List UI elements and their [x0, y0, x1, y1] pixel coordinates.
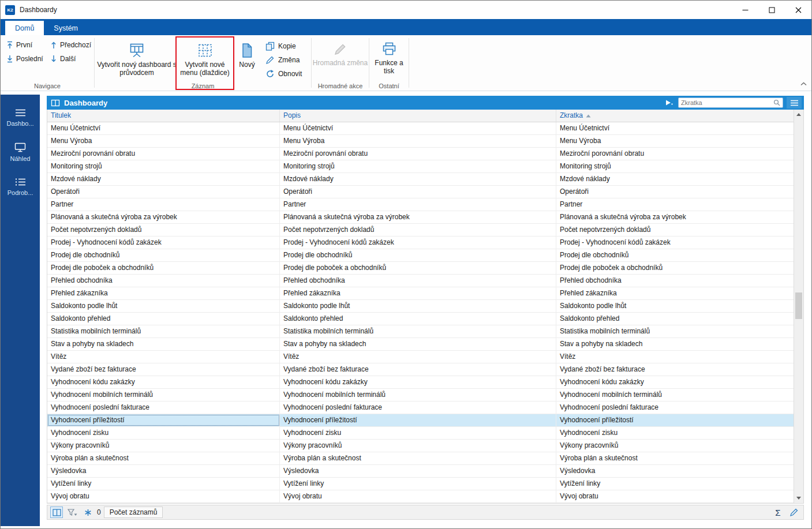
preview-monitor-icon: [14, 142, 26, 152]
table-row[interactable]: Statistika mobilních terminálů Statistik…: [47, 325, 794, 338]
cell-zkratka: Statistika mobilních terminálů: [556, 325, 794, 337]
pencil-icon: [265, 55, 275, 65]
cell-titulek: Počet nepotvrzených dokladů: [47, 224, 280, 236]
cell-zkratka: Počet nepotvrzených dokladů: [556, 224, 794, 236]
chevron-up-icon: [800, 82, 807, 86]
table-row[interactable]: Operátoři Operátoři Operátoři: [47, 186, 794, 198]
close-button[interactable]: [785, 1, 811, 19]
table-row[interactable]: Přehled zákazníka Přehled zákazníka Přeh…: [47, 287, 794, 300]
cell-titulek: Vyhodnocení příležitostí: [47, 414, 280, 426]
table-row[interactable]: Vyhodnocení kódu zakázky Vyhodnocení kód…: [47, 376, 794, 389]
freeze-filter-button[interactable]: [81, 507, 94, 518]
cell-popis: Partner: [280, 198, 556, 211]
table-row[interactable]: Vyhodnocení zisku Vyhodnocení zisku Vyho…: [47, 427, 794, 440]
table-row[interactable]: Saldokonto podle lhůt Saldokonto podle l…: [47, 300, 794, 313]
expand-panel-button[interactable]: [665, 100, 673, 106]
table-row[interactable]: Vyhodnocení mobilních terminálů Vyhodnoc…: [47, 389, 794, 402]
create-tile-menu-label: Vytvořit nové menu (dlaždice): [177, 61, 233, 77]
table-row[interactable]: Výroba plán a skutečnost Výroba plán a s…: [47, 452, 794, 465]
cell-titulek: Přehled obchodníka: [47, 275, 280, 287]
table-row[interactable]: Přehled obchodníka Přehled obchodníka Př…: [47, 275, 794, 287]
sidebar-item-label: Podrob...: [8, 189, 33, 196]
ribbon-group-zaznam: Vytvořit nový dashboard s průvodcem Vytv…: [95, 35, 311, 91]
cell-popis: Vytížení linky: [280, 478, 556, 490]
table-row[interactable]: Vývoj obratu Vývoj obratu Vývoj obratu: [47, 490, 794, 503]
column-header-titulek[interactable]: Titulek: [47, 110, 280, 122]
filter-button[interactable]: [66, 507, 78, 518]
table-row[interactable]: Partner Partner Partner: [47, 198, 794, 211]
cell-zkratka: Operátoři: [556, 186, 794, 198]
search-input[interactable]: [681, 99, 773, 106]
cell-zkratka: Vyhodnocení poslední fakturace: [556, 402, 794, 414]
edit-button[interactable]: [788, 507, 800, 518]
nav-previous-button[interactable]: Předchozí: [50, 41, 94, 49]
table-row[interactable]: Plánovaná a skutečná výroba za výrobek P…: [47, 211, 794, 224]
table-row[interactable]: Prodej dle poboček a obchodníků Prodej d…: [47, 262, 794, 275]
tab-system[interactable]: Systém: [44, 21, 88, 35]
asterisk-icon: [84, 509, 92, 516]
cell-titulek: Výsledovka: [47, 465, 280, 477]
table-row[interactable]: Meziroční porovnání obratu Meziroční por…: [47, 148, 794, 160]
table-row[interactable]: Prodej dle obchodníků Prodej dle obchodn…: [47, 249, 794, 262]
change-button[interactable]: Změna: [265, 53, 310, 67]
table-row[interactable]: Stav a pohyby na skladech Stav a pohyby …: [47, 338, 794, 351]
cell-popis: Vývoj obratu: [280, 490, 556, 502]
column-header-zkratka[interactable]: Zkratka: [556, 110, 794, 122]
scrollbar-thumb[interactable]: [795, 292, 802, 319]
table-body: Menu Účetnictví Menu Účetnictví Menu Úče…: [47, 122, 794, 503]
nav-next-button[interactable]: Další: [50, 55, 94, 63]
cell-titulek: Prodej dle obchodníků: [47, 249, 280, 261]
sidebar-item-nahled[interactable]: Náhled: [1, 135, 40, 170]
statusbar: 0 Počet záznamů Σ: [47, 505, 804, 520]
table-row[interactable]: Vítěz Vítěz Vítěz: [47, 351, 794, 363]
cell-zkratka: Vydané zboží bez fakturace: [556, 363, 794, 376]
cell-zkratka: Menu Výroba: [556, 135, 794, 147]
collapse-ribbon-button[interactable]: [800, 78, 807, 88]
table-row[interactable]: Mzdové náklady Mzdové náklady Mzdové nák…: [47, 173, 794, 186]
table-row[interactable]: Vytížení linky Vytížení linky Vytížení l…: [47, 478, 794, 490]
nav-first-button[interactable]: První: [6, 41, 43, 49]
cell-zkratka: Vyhodnocení zisku: [556, 427, 794, 439]
functions-print-button[interactable]: Funkce a tisk: [369, 35, 409, 75]
table-row[interactable]: Prodej - Vyhodnocení kódů zakázek Prodej…: [47, 237, 794, 249]
cell-popis: Prodej dle obchodníků: [280, 249, 556, 261]
scroll-up-button[interactable]: [794, 110, 803, 119]
vertical-scrollbar[interactable]: [794, 110, 803, 503]
table-row[interactable]: Vyhodnocení poslední fakturace Vyhodnoce…: [47, 402, 794, 414]
cell-popis: Operátoři: [280, 186, 556, 198]
cell-popis: Výsledovka: [280, 465, 556, 477]
scroll-down-button[interactable]: [794, 493, 803, 503]
bulk-change-button[interactable]: Hromadná změna: [312, 35, 369, 67]
table-row[interactable]: Vyhodnocení příležitostí Vyhodnocení pří…: [47, 414, 794, 427]
table-row[interactable]: Výsledovka Výsledovka Výsledovka: [47, 465, 794, 478]
copy-button[interactable]: Kopie: [265, 39, 310, 53]
minimize-button[interactable]: [732, 1, 758, 19]
refresh-button[interactable]: Obnovit: [265, 67, 310, 81]
maximize-button[interactable]: [758, 1, 785, 19]
table-row[interactable]: Menu Účetnictví Menu Účetnictví Menu Úče…: [47, 122, 794, 135]
change-label: Změna: [278, 56, 300, 64]
sum-button[interactable]: Σ: [771, 508, 785, 517]
column-header-label: Titulek: [51, 110, 71, 122]
sidebar-item-dashboardy[interactable]: Dashbo...: [1, 100, 40, 135]
table-menu-button[interactable]: [787, 97, 802, 108]
sidebar: Dashbo... Náhled Podrob...: [1, 95, 40, 526]
table-row[interactable]: Saldokonto přehled Saldokonto přehled Sa…: [47, 313, 794, 325]
cell-titulek: Menu Výroba: [47, 135, 280, 147]
cell-popis: Saldokonto přehled: [280, 313, 556, 325]
nav-previous-label: Předchozí: [60, 41, 91, 49]
scrollbar-track[interactable]: [794, 119, 803, 493]
column-header-popis[interactable]: Popis: [280, 110, 556, 122]
cell-titulek: Meziroční porovnání obratu: [47, 148, 280, 160]
ribbon-group-ostatni: Funkce a tisk Ostatní: [369, 35, 409, 91]
table-row[interactable]: Výkony pracovníků Výkony pracovníků Výko…: [47, 440, 794, 452]
nav-last-button[interactable]: Poslední: [6, 55, 43, 63]
table-row[interactable]: Menu Výroba Menu Výroba Menu Výroba: [47, 135, 794, 148]
table-row[interactable]: Vydané zboží bez fakturace Vydané zboží …: [47, 363, 794, 376]
sidebar-item-podrobnosti[interactable]: Podrob...: [1, 170, 40, 204]
tab-domu[interactable]: Domů: [5, 21, 44, 35]
columns-view-button[interactable]: [50, 507, 63, 518]
table-row[interactable]: Počet nepotvrzených dokladů Počet nepotv…: [47, 224, 794, 237]
record-count-button[interactable]: Počet záznamů: [104, 507, 163, 518]
table-row[interactable]: Monitoring strojů Monitoring strojů Moni…: [47, 160, 794, 173]
